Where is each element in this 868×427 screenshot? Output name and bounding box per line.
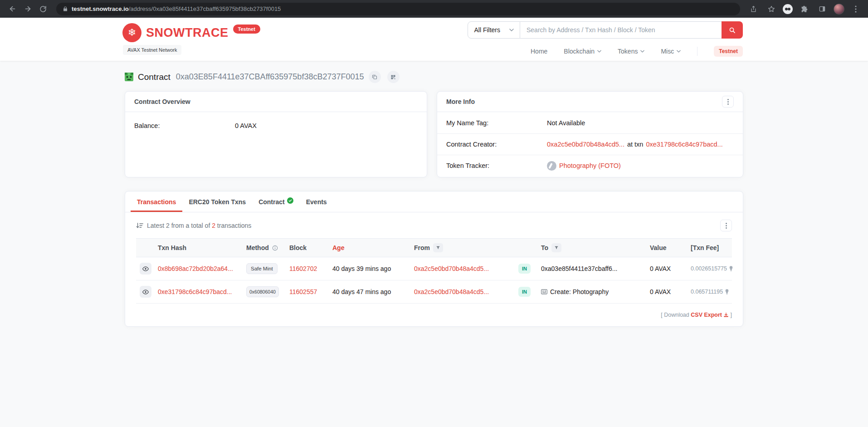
back-icon[interactable] [5,2,19,16]
csv-export-link[interactable]: CSV Export [691,312,722,318]
nav-home-label: Home [531,48,547,55]
nav-testnet-switch[interactable]: Testnet [714,46,743,57]
funnel-icon [436,245,440,250]
direction-badge: IN [518,264,531,274]
token-tracker-link[interactable]: Photography (FOTO) [559,162,621,169]
tab-events[interactable]: Events [300,191,333,212]
kebab-icon [727,99,729,105]
page-title-row: Contract 0xa03E85F4411e37CBAff635975bf38… [125,71,743,83]
to-contract-creation: Create: Photography [550,288,609,295]
name-tag-value: Not Available [547,119,585,127]
url-path: /address/0xa03e85f4411e37cbaff635975bf38… [129,5,281,12]
more-info-card: More Info My Name Tag: Not Available Con… [437,91,743,177]
to-filter-button[interactable] [551,243,561,252]
tx-preview-button[interactable] [140,263,151,275]
nav-tokens-label: Tokens [618,48,638,55]
from-address-link[interactable]: 0xa2c5e0bd70b48a4cd5... [414,265,489,272]
more-info-menu-button[interactable] [722,96,734,108]
nav-item-misc[interactable]: Misc [661,48,681,55]
snowtrace-logo[interactable]: ❄ SNOWTRACE Testnet [122,23,260,42]
qr-code-icon [390,74,396,80]
brand-name: SNOWTRACE [146,23,229,42]
main-nav: Home Blockchain Tokens Misc Testnet [531,46,743,57]
chevron-down-icon [509,29,514,31]
url-host: testnet.snowtrace.io [72,5,129,12]
transactions-table: Txn Hash Method Block Age From To [136,238,732,304]
nav-item-home[interactable]: Home [531,48,547,55]
address-bar[interactable]: testnet.snowtrace.io/address/0xa03e85f44… [56,3,740,15]
balance-label: Balance: [134,122,235,129]
chevron-down-icon [597,50,601,53]
side-panel-icon[interactable] [815,2,829,16]
value-cell: 0 AVAX [646,257,687,280]
bookmark-star-icon[interactable] [765,2,778,16]
from-filter-button[interactable] [433,243,443,252]
txn-fee-value: 0.0026515775 [691,265,727,272]
value-cell: 0 AVAX [646,280,687,304]
tx-options-menu-button[interactable] [720,220,732,231]
sort-icon[interactable] [136,222,143,229]
age-value: 40 days 47 mins ago [329,280,410,304]
contract-doc-icon [541,289,547,294]
balance-value: 0 AVAX [235,122,257,129]
block-link[interactable]: 11602702 [289,265,317,272]
kebab-icon [726,223,727,229]
name-tag-label: My Name Tag: [446,119,547,127]
search-input[interactable] [520,21,722,39]
lock-icon [63,6,68,12]
nav-divider [697,47,697,56]
tab-transactions-label: Transactions [137,198,176,206]
browser-menu-icon[interactable] [849,2,863,16]
txn-fee-value: 0.065711195 [691,289,723,295]
verified-check-icon [287,197,293,204]
extensions-puzzle-icon[interactable] [797,2,811,16]
nav-item-tokens[interactable]: Tokens [618,48,644,55]
contract-avatar-icon [125,73,133,81]
gas-icon [729,266,733,272]
creator-txn-link[interactable]: 0xe31798c6c84c97bacd... [646,141,722,148]
at-txn-text: at txn [627,141,643,148]
page-body: Contract 0xa03E85F4411e37CBAff635975bf38… [0,61,868,427]
col-txn-fee: [Txn Fee] [687,239,732,257]
tx-summary-prefix: Latest 2 from a total of [147,222,212,229]
creator-address-link[interactable]: 0xa2c5e0bd70b48a4cd5... [547,141,624,148]
table-row: 0xe31798c6c84c97bacd... 0x60806040 11602… [136,280,732,304]
forward-icon[interactable] [21,2,34,16]
block-link[interactable]: 11602557 [289,288,317,295]
nav-item-blockchain[interactable]: Blockchain [564,48,601,55]
token-logo-icon [547,161,556,171]
contract-creator-label: Contract Creator: [446,141,547,148]
copy-address-button[interactable] [369,71,381,83]
tab-contract-label: Contract [258,198,285,206]
chevron-down-icon [677,50,681,53]
browser-toolbar: testnet.snowtrace.io/address/0xa03e85f44… [0,0,868,18]
extension-avatar-icon[interactable] [783,4,793,14]
transactions-card: Transactions ERC20 Token Txns Contract E… [125,191,743,327]
qr-code-button[interactable] [387,71,400,83]
search-bar: All Filters [468,21,743,39]
search-filter-select[interactable]: All Filters [468,21,520,39]
col-value: Value [646,239,687,257]
browser-profile-avatar[interactable] [834,4,844,15]
direction-badge: IN [518,287,531,297]
info-icon[interactable] [272,245,278,251]
txn-hash-link[interactable]: 0x8b698ac72bd20b2a64... [158,265,233,272]
from-address-link[interactable]: 0xa2c5e0bd70b48a4cd5... [414,288,489,295]
tab-transactions[interactable]: Transactions [131,191,182,212]
txn-hash-link[interactable]: 0xe31798c6c84c97bacd... [158,288,232,295]
tx-summary-suffix: transactions [215,222,251,229]
to-address: 0xa03e85f4411e37cbaff6... [541,265,617,272]
search-filter-label: All Filters [474,26,500,34]
tab-erc20-token-txns[interactable]: ERC20 Token Txns [182,191,252,212]
share-icon[interactable] [746,2,760,16]
col-age[interactable]: Age [329,239,410,257]
search-button[interactable] [722,21,743,39]
col-to-label: To [541,244,548,251]
method-badge: 0x60806040 [246,286,279,297]
tx-preview-button[interactable] [140,286,151,298]
reload-icon[interactable] [36,2,50,16]
more-info-card-title: More Info [446,98,475,105]
col-block: Block [286,239,329,257]
tab-contract[interactable]: Contract [252,191,300,212]
csv-prefix: [ Download [661,312,689,318]
